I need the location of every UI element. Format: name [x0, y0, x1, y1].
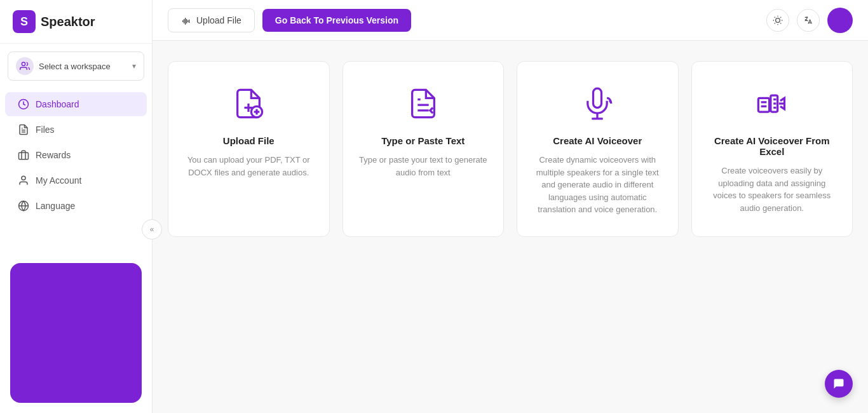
- card-description: Create voiceovers easily by uploading da…: [707, 165, 837, 214]
- card-title: Create AI Voiceover: [553, 135, 642, 146]
- promo-card: [10, 263, 142, 403]
- brand-name: Speaktor: [41, 15, 95, 29]
- svg-point-0: [22, 62, 25, 65]
- sidebar-item-label: Language: [36, 201, 75, 211]
- card-title: Type or Paste Text: [381, 135, 465, 146]
- topbar: Upload File Go Back To Previous Version: [153, 0, 868, 41]
- sidebar-item-language[interactable]: Language: [5, 194, 147, 218]
- sidebar-nav: Dashboard Files Rewards: [0, 86, 152, 253]
- logo-icon: S: [13, 10, 36, 33]
- sidebar-item-rewards[interactable]: Rewards: [5, 143, 147, 167]
- files-icon: [18, 124, 29, 135]
- upload-file-button[interactable]: Upload File: [168, 8, 255, 32]
- rewards-icon: [18, 149, 29, 161]
- sidebar-item-files[interactable]: Files: [5, 118, 147, 142]
- type-paste-card-icon: [407, 87, 440, 123]
- sidebar-item-account[interactable]: My Account: [5, 168, 147, 193]
- sidebar-item-label: My Account: [36, 175, 81, 186]
- svg-line-21: [775, 23, 775, 24]
- svg-rect-4: [19, 152, 29, 159]
- chat-support-button[interactable]: [825, 370, 853, 398]
- workspace-selector[interactable]: Select a workspace ▾: [8, 51, 144, 81]
- waveform-icon: [181, 15, 191, 25]
- workspace-label: Select a workspace: [39, 62, 132, 71]
- sun-icon: [773, 15, 783, 25]
- card-ai-voiceover-excel[interactable]: Create AI Voiceover From Excel Create vo…: [691, 61, 853, 237]
- chevron-down-icon: ▾: [132, 62, 136, 71]
- card-description: Type or paste your text to generate audi…: [358, 154, 489, 179]
- sidebar-item-label: Rewards: [36, 150, 71, 160]
- sidebar-item-dashboard[interactable]: Dashboard: [5, 92, 147, 116]
- sidebar-item-label: Dashboard: [36, 99, 79, 109]
- collapse-sidebar-button[interactable]: «: [142, 219, 162, 240]
- svg-line-17: [775, 17, 775, 17]
- chat-icon: [832, 377, 845, 390]
- dashboard-icon: [18, 98, 29, 110]
- sidebar-item-label: Files: [36, 125, 55, 135]
- card-description: Create dynamic voiceovers with multiple …: [532, 154, 663, 216]
- card-title: Create AI Voiceover From Excel: [707, 135, 837, 157]
- card-upload-file[interactable]: Upload File You can upload your PDF, TXT…: [168, 61, 330, 237]
- sidebar: S Speaktor Select a workspace ▾ Dashboar…: [0, 0, 153, 413]
- language-toggle-button[interactable]: [797, 9, 820, 32]
- card-type-paste[interactable]: Type or Paste Text Type or paste your te…: [342, 61, 505, 237]
- topbar-actions: [766, 8, 853, 33]
- account-icon: [18, 175, 29, 186]
- logo-area: S Speaktor: [0, 0, 152, 44]
- main-content: Upload File Go Back To Previous Version: [153, 0, 868, 413]
- feature-cards-grid: Upload File You can upload your PDF, TXT…: [168, 61, 853, 237]
- svg-point-14: [776, 18, 780, 22]
- card-description: You can upload your PDF, TXT or DOCX fil…: [184, 154, 314, 179]
- theme-toggle-button[interactable]: [766, 9, 789, 32]
- svg-line-22: [780, 17, 781, 17]
- language-icon: [18, 200, 29, 212]
- ai-voiceover-excel-card-icon: [756, 87, 789, 123]
- user-avatar-button[interactable]: [827, 8, 853, 33]
- prev-version-button[interactable]: Go Back To Previous Version: [262, 9, 411, 32]
- card-ai-voiceover[interactable]: Create AI Voiceover Create dynamic voice…: [517, 61, 679, 237]
- ai-voiceover-card-icon: [581, 87, 614, 123]
- workspace-avatar: [16, 57, 34, 75]
- dashboard-content: Upload File You can upload your PDF, TXT…: [153, 41, 868, 413]
- svg-rect-32: [758, 98, 769, 112]
- upload-file-card-icon: [232, 87, 265, 123]
- svg-line-18: [780, 23, 781, 24]
- translate-icon: [803, 15, 813, 25]
- sidebar-promo-area: [0, 253, 152, 413]
- card-title: Upload File: [223, 135, 275, 146]
- svg-point-5: [22, 176, 25, 180]
